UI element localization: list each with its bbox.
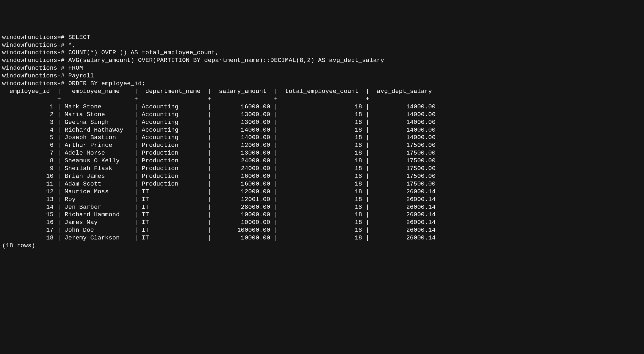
sql-prompt-line: windowfunctions=# SELECT bbox=[2, 34, 90, 41]
sql-prompt-line: windowfunctions-# FROM bbox=[2, 65, 83, 72]
terminal-output[interactable]: windowfunctions=# SELECT windowfunctions… bbox=[2, 34, 642, 250]
sql-prompt-line: windowfunctions-# ORDER BY employee_id; bbox=[2, 80, 146, 87]
sql-prompt-line: windowfunctions-# AVG(salary_amount) OVE… bbox=[2, 57, 384, 64]
table-header-row: employee_id | employee_name | department… bbox=[2, 88, 436, 95]
row-count: (18 rows) bbox=[2, 242, 35, 249]
table-data-rows: 1 | Mark Stone | Accounting | 16000.00 |… bbox=[2, 103, 436, 241]
table-separator-row: ---------------+--------------------+---… bbox=[2, 96, 439, 103]
sql-prompt-line: windowfunctions-# Payroll bbox=[2, 72, 94, 79]
sql-prompt-line: windowfunctions-# COUNT(*) OVER () AS to… bbox=[2, 49, 219, 56]
sql-prompt-line: windowfunctions-# *, bbox=[2, 42, 76, 49]
